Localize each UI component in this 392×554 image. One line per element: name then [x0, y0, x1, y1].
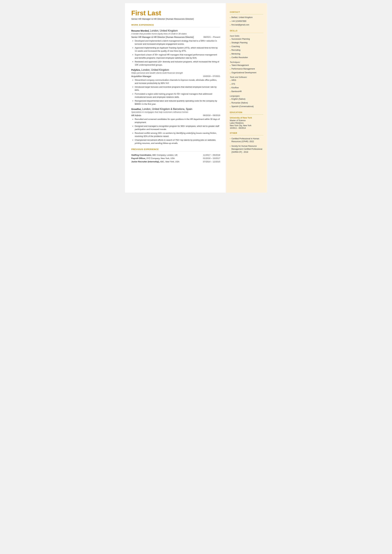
technique-talent-mgmt: • Talent Management	[230, 64, 263, 67]
prev-exp-dates-2: 01/2016 – 10/2017	[203, 157, 220, 160]
bullet-icon: •	[230, 79, 231, 82]
bullet-icon: •	[230, 71, 231, 75]
job-3-company-name: Growthsi,	[131, 108, 142, 110]
bullet-icon: •	[230, 145, 231, 148]
edu-degree: Master of Science	[230, 119, 263, 122]
work-experience-divider	[131, 27, 220, 27]
bullet-icon: •	[230, 137, 231, 140]
edu-field: Labor Relations	[230, 122, 263, 124]
edu-location: New York City, New York	[230, 125, 263, 127]
bullet-icon: •	[230, 53, 231, 56]
prev-exp-text-3: Junior Recruiter (Internship), ABC, New …	[131, 161, 180, 163]
bullet-icon: •	[230, 16, 231, 19]
list-item: Recruited and screened candidates for op…	[135, 118, 220, 124]
bullet-icon: •	[230, 56, 231, 60]
job-1-title: Senior HR Manager & HR Director (Human R…	[131, 36, 194, 38]
prev-exp-bold-1: Staffing Coordinator,	[131, 154, 152, 156]
list-item: Introduced larger bonuses and incentive …	[135, 85, 220, 91]
bullet-icon: •	[230, 98, 231, 101]
contact-title: CONTACT	[230, 11, 263, 13]
prev-exp-bold-2: Payroll Officer,	[131, 157, 146, 160]
list-item: Championed recruitment efforts in search…	[135, 139, 220, 145]
tool-kissflow: • Kissflow	[230, 87, 263, 90]
job-2-title: Acquisition Manager	[131, 75, 151, 77]
bullet-icon: •	[230, 90, 231, 93]
job-3-company-rest: London, United Kingdom & Barcelona, Spai…	[141, 108, 192, 110]
job-1-dates: 08/2021 – Present	[203, 36, 220, 38]
techniques-label: Techniques:	[230, 61, 263, 63]
job-3-company-desc: Specializes in mortgages that help custo…	[131, 111, 220, 113]
languages-label: Languages:	[230, 95, 263, 97]
candidate-subtitle: Senior HR Manager & HR Director (Human R…	[131, 18, 220, 20]
skill-succession-planning: • Succession Planning	[230, 38, 263, 41]
job-1-company-name: Resume Worded,	[131, 29, 149, 32]
bullet-icon: •	[230, 68, 231, 71]
skill-coaching: • Coaching	[230, 45, 263, 49]
tool-ats: • ATS	[230, 83, 263, 86]
bullet-icon: •	[230, 45, 231, 49]
bullet-icon: •	[230, 87, 231, 90]
other-item-1: • Certified Professional in Human Resour…	[230, 137, 263, 143]
job-1-bullets: Developed and implemented a talent manag…	[131, 39, 220, 66]
contact-divider	[230, 14, 263, 14]
edu-dates: 10/2011 - 06/2014	[230, 127, 263, 129]
contact-address: • Belfast, United Kingdom	[230, 16, 263, 19]
job-2-title-row: Acquisition Manager 10/2019 – 07/2021	[131, 75, 220, 77]
other-title: OTHER	[230, 132, 263, 134]
bullet-icon: •	[230, 64, 231, 67]
other-divider	[230, 135, 263, 135]
edu-school: University of New York	[230, 117, 263, 119]
contact-email: • first.last@gmail.com	[230, 24, 263, 27]
job-1-company-desc: A lender that provides home equity lines…	[131, 33, 220, 35]
sidebar: CONTACT • Belfast, United Kingdom • +44 …	[226, 3, 267, 193]
list-item: Reviewed and approved 120+ diversity and…	[135, 60, 220, 66]
bullet-icon: •	[230, 20, 231, 23]
prev-exp-text-2: Payroll Officer, XYZ Company, New York, …	[131, 157, 175, 160]
job-3-title: HR Admin	[131, 114, 141, 117]
prev-exp-row-1: Staffing Coordinator, ABC Company, Londo…	[131, 154, 220, 156]
prev-exp-bold-3: Junior Recruiter (Internship),	[131, 161, 160, 163]
job-1-company-rest: London, United Kingdom	[149, 29, 178, 32]
job-2-bullets: Streamlined company communication channe…	[131, 78, 220, 105]
list-item: Supervised a team of 30+ regional HR man…	[135, 53, 220, 59]
work-experience-title: WORK EXPERIENCE	[131, 24, 220, 26]
prev-exp-row-3: Junior Recruiter (Internship), ABC, New …	[131, 161, 220, 163]
job-2-company-desc: Helps personal and wealth clients build …	[131, 72, 220, 74]
bullet-icon: •	[230, 105, 231, 108]
job-3-company: Growthsi, London, United Kingdom & Barce…	[131, 108, 220, 111]
education-title: EDUCATION	[230, 111, 263, 113]
bullet-icon: •	[230, 24, 231, 27]
skill-strategic-planning: • Strategic Planning	[230, 42, 263, 45]
job-3-bullets: Recruited and screened candidates for op…	[131, 118, 220, 145]
prev-exp-row-2: Payroll Officer, XYZ Company, New York, …	[131, 157, 220, 160]
job-2-company-rest: London, United Kingdom	[141, 69, 169, 71]
bullet-icon: •	[230, 38, 231, 41]
education-divider	[230, 114, 263, 115]
bullet-icon: •	[230, 42, 231, 45]
list-item: Reorganized departmental labor and reduc…	[135, 99, 220, 105]
bullet-icon: •	[230, 102, 231, 105]
resume-container: First Last Senior HR Manager & HR Direct…	[125, 3, 267, 193]
job-3-dates: 06/2018 – 09/2019	[203, 114, 220, 117]
bullet-icon: •	[230, 83, 231, 86]
skill-conflict-resolution: • Conflict Resolution	[230, 56, 263, 60]
tool-bamboohr: • BambooHR	[230, 90, 263, 93]
skill-recruiting: • Recruiting	[230, 49, 263, 52]
list-item: Resolved conflict among 240+ co-workers …	[135, 132, 220, 138]
candidate-name: First Last	[131, 9, 220, 17]
job-1-company: Resume Worded, London, United Kingdom	[131, 29, 220, 32]
prev-exp-dates-3: 07/2014 – 12/2015	[203, 161, 220, 163]
technique-org-dev: • Organizational Development	[230, 71, 263, 75]
prev-exp-text-1: Staffing Coordinator, ABC Company, Londo…	[131, 154, 178, 156]
job-2-company: Polyhire, London, United Kingdom	[131, 69, 220, 71]
skill-mentoring: • Mentoring	[230, 53, 263, 56]
technique-performance-mgmt: • Performance Management	[230, 68, 263, 71]
lang-english: • English (Native)	[230, 98, 263, 101]
skills-title: SKILLS	[230, 30, 263, 32]
prev-exp-dates-1: 11/2017 – 05/2018	[203, 154, 220, 156]
tools-label: Tools and Software:	[230, 76, 263, 78]
list-item: Developed and implemented a talent manag…	[135, 39, 220, 45]
job-2-dates: 10/2019 – 07/2021	[203, 75, 220, 77]
prev-exp-rest-1: ABC Company, London, UK	[152, 154, 178, 156]
main-column: First Last Senior HR Manager & HR Direct…	[125, 3, 226, 193]
